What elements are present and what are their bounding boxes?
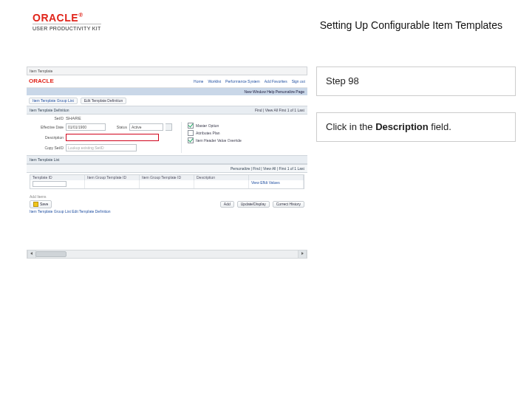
- footer-links: Item Template Group List Edit Template D…: [27, 208, 307, 215]
- nav-performance[interactable]: Performance System: [225, 80, 260, 83]
- label-effdate: Effective Date: [30, 126, 64, 129]
- value-setid: SHARE: [66, 116, 81, 120]
- label-status: Status: [108, 126, 127, 129]
- crumb-edit-template: Edit Template Definition: [81, 98, 126, 104]
- template-list-grid: Template ID Item Group Template ID Item …: [30, 174, 304, 189]
- label-add-items: Add Items: [27, 194, 307, 200]
- label-setid: SetID: [30, 117, 64, 120]
- page-title: Setting Up Configurable Item Templates: [320, 19, 502, 31]
- label-description: Description: [30, 136, 64, 140]
- section-title-template-def: Item Template Definition: [30, 109, 69, 112]
- nav-home[interactable]: Home: [194, 80, 203, 83]
- checkbox-attributes-plan[interactable]: [188, 130, 194, 136]
- checkbox-override[interactable]: [188, 137, 194, 143]
- utility-bar: New Window Help Personalize Page: [27, 88, 307, 95]
- save-button[interactable]: Save: [30, 200, 52, 208]
- input-effdate[interactable]: 01/01/1900: [66, 123, 106, 131]
- input-copy-setid[interactable]: Lookup existing SetID: [66, 144, 137, 151]
- nav-worklist[interactable]: Worklist: [208, 80, 221, 83]
- scroll-right-arrow-icon[interactable]: [298, 250, 307, 258]
- table-row[interactable]: View Effdt Values: [30, 180, 304, 188]
- logo-subtitle: USER PRODUCTIVITY KIT: [33, 24, 101, 31]
- browser-titlebar: Item Template: [27, 66, 307, 75]
- update-display-button[interactable]: Update/Display: [237, 201, 270, 208]
- step-label: Step 98: [326, 75, 359, 86]
- add-button[interactable]: Add: [220, 201, 234, 208]
- step-box: Step 98: [316, 66, 516, 96]
- crumb-group-list[interactable]: Item Template Group List: [29, 98, 78, 104]
- grid-input-1[interactable]: [33, 181, 66, 187]
- link-view-effdt[interactable]: View Effdt Values: [251, 180, 280, 185]
- app-screenshot: Item Template ORACLE Home Worklist Perfo…: [27, 66, 307, 259]
- instruction-box: Click in the Description field.: [316, 112, 516, 142]
- oracle-logo: ORACLE® USER PRODUCTIVITY KIT: [33, 12, 101, 31]
- inner-oracle-logo: ORACLE: [29, 78, 54, 84]
- nav-favorites[interactable]: Add Favorites: [265, 80, 287, 83]
- nav-signout[interactable]: Sign out: [292, 80, 305, 83]
- select-status[interactable]: Active: [129, 123, 163, 131]
- input-description[interactable]: [66, 134, 159, 141]
- label-copy-setid: Copy SetID: [30, 146, 64, 150]
- horizontal-scrollbar[interactable]: [27, 250, 307, 259]
- instruction-field-name: Description: [375, 121, 429, 132]
- checkbox-master-option[interactable]: [188, 123, 194, 129]
- save-icon: [33, 202, 38, 207]
- pager-1[interactable]: Find | View All First 1 of 1 Last: [255, 109, 304, 112]
- top-nav: Home Worklist Performance System Add Fav…: [194, 80, 305, 83]
- scroll-thumb[interactable]: [35, 251, 66, 257]
- correct-history-button[interactable]: Correct History: [273, 201, 304, 208]
- chevron-down-icon[interactable]: [166, 123, 172, 131]
- section-title-template-list: Item Template List: [30, 158, 59, 162]
- pager-2[interactable]: Personalize | Find | View All | First 1 …: [231, 167, 304, 171]
